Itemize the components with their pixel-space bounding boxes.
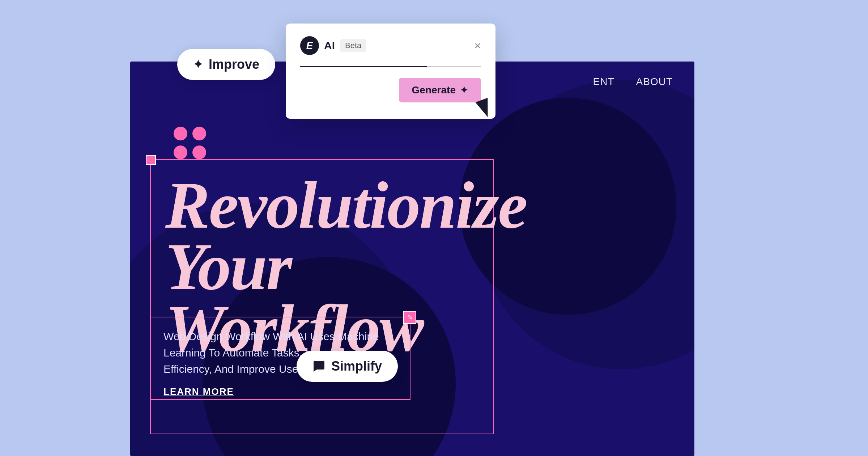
grid-dot-1 — [174, 127, 187, 140]
nav-item-about[interactable]: ABOUT — [636, 76, 673, 88]
edit-marker: ✎ — [403, 311, 416, 324]
cursor-arrow — [476, 98, 494, 119]
ai-input-line[interactable] — [300, 66, 481, 67]
ai-panel: E AI Beta × Generate ✦ — [286, 24, 495, 119]
grid-dot-2 — [192, 127, 206, 140]
improve-label: Improve — [209, 57, 259, 72]
improve-bubble[interactable]: ✦ Improve — [177, 49, 275, 80]
box-marker-icon — [146, 155, 156, 165]
website-panel: ENT ABOUT Revolutionize Your Workflow ✎ … — [130, 62, 694, 456]
learn-more-link[interactable]: LEARN MORE — [163, 386, 397, 397]
generate-label: Generate — [412, 84, 456, 96]
simplify-label: Simplify — [331, 359, 382, 374]
generate-sparkle-icon: ✦ — [460, 85, 468, 96]
generate-button[interactable]: Generate ✦ — [399, 78, 481, 102]
sparkle-icon: ✦ — [193, 58, 203, 71]
elementor-e-letter: E — [306, 40, 313, 51]
beta-badge: Beta — [340, 39, 366, 52]
pencil-icon: ✎ — [407, 313, 413, 321]
grid-dot-4 — [192, 145, 206, 159]
ai-label: AI — [324, 39, 335, 52]
simplify-bubble[interactable]: Simplify — [297, 351, 398, 382]
grid-dot-3 — [174, 145, 187, 159]
chat-icon — [312, 360, 326, 373]
nav-item-ent[interactable]: ENT — [593, 76, 614, 88]
grid-decorative-icon — [174, 127, 206, 159]
nav-area: ENT ABOUT — [571, 62, 694, 102]
ai-panel-header: E AI Beta × — [300, 36, 481, 55]
close-button[interactable]: × — [474, 40, 481, 51]
ai-panel-logo: E AI Beta — [300, 36, 366, 55]
elementor-logo: E — [300, 36, 319, 55]
